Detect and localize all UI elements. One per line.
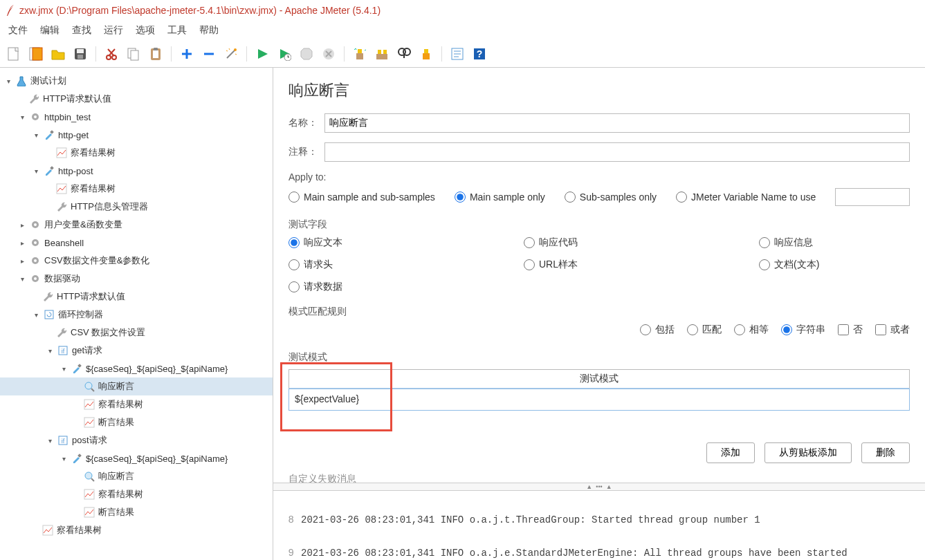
tree-get-request[interactable]: ▾ifget请求	[0, 342, 273, 360]
svg-rect-16	[356, 53, 363, 59]
match-equals[interactable]: 相等	[734, 324, 769, 336]
field-document[interactable]: 文档(文本)	[759, 259, 910, 271]
match-substring[interactable]: 字符串	[781, 324, 825, 336]
menu-file[interactable]: 文件	[3, 21, 33, 39]
tree-result-tree-5[interactable]: 察看结果树	[0, 521, 273, 539]
apply-main-and-sub[interactable]: Main sample and sub-samples	[289, 192, 435, 203]
chevron-down-icon[interactable]: ▾	[30, 167, 42, 175]
if-icon: if	[57, 344, 69, 357]
tree-header-manager[interactable]: HTTP信息头管理器	[0, 198, 273, 216]
wand-icon[interactable]	[221, 44, 241, 64]
field-response-code[interactable]: 响应代码	[524, 236, 759, 249]
chevron-down-icon[interactable]: ▾	[17, 113, 28, 121]
paste-button[interactable]: 从剪贴板添加	[764, 442, 852, 463]
field-request-headers[interactable]: 请求头	[289, 259, 524, 271]
svg-point-40	[34, 259, 37, 262]
right-pane: 响应断言 名称： 注释： Apply to: Main sample and s…	[273, 68, 925, 560]
tree-csv-config[interactable]: CSV 数据文件设置	[0, 324, 273, 342]
test-field-label: 测试字段	[289, 218, 910, 231]
apply-main-only[interactable]: Main sample only	[455, 192, 545, 203]
chevron-down-icon[interactable]: ▾	[44, 347, 55, 355]
add-button[interactable]: 添加	[706, 442, 755, 463]
tree-case-get[interactable]: ▾${caseSeq}_${apiSeq}_${apiName}	[0, 360, 273, 377]
pattern-cell[interactable]: ${expectValue}	[289, 389, 910, 411]
log-area[interactable]: 82021-03-26 08:23:01,341 INFO o.a.j.t.Th…	[273, 491, 925, 560]
svg-rect-34	[57, 184, 66, 194]
name-input[interactable]	[324, 113, 910, 133]
tree-data-driven[interactable]: ▾数据驱动	[0, 270, 273, 288]
chevron-down-icon[interactable]: ▾	[58, 365, 69, 373]
tree-pane[interactable]: ▾测试计划 HTTP请求默认值 ▾httpbin_test ▾http-get …	[0, 68, 273, 560]
tree-http-post[interactable]: ▾http-post	[0, 162, 273, 180]
tree-http-defaults-1[interactable]: HTTP请求默认值	[0, 90, 273, 108]
menu-options[interactable]: 选项	[130, 21, 161, 39]
tree-result-tree-2[interactable]: 察看结果树	[0, 180, 273, 198]
stop-icon[interactable]	[297, 44, 316, 64]
field-response-message[interactable]: 响应信息	[759, 236, 910, 249]
check-not[interactable]: 否	[838, 324, 863, 336]
tree-case-post[interactable]: ▾${caseSeq}_${apiSeq}_${apiName}	[0, 449, 273, 467]
function-helper-icon[interactable]	[448, 44, 467, 64]
tree-result-tree-1[interactable]: 察看结果树	[0, 144, 273, 162]
chevron-down-icon[interactable]: ▾	[58, 455, 69, 463]
paste-icon[interactable]	[146, 44, 165, 64]
chevron-down-icon[interactable]: ▾	[17, 275, 28, 283]
tree-beanshell[interactable]: ▸Beanshell	[0, 234, 273, 252]
menu-tools[interactable]: 工具	[162, 21, 192, 39]
tree-post-request[interactable]: ▾ifpost请求	[0, 431, 273, 449]
tree-result-tree-4[interactable]: 察看结果树	[0, 485, 273, 503]
clear-all-icon[interactable]	[372, 44, 392, 64]
field-url-sample[interactable]: URL样本	[524, 259, 759, 271]
chevron-down-icon[interactable]: ▾	[30, 311, 42, 319]
jmeter-var-input[interactable]	[835, 188, 910, 206]
apply-jmeter-var[interactable]: JMeter Variable Name to use	[676, 192, 816, 203]
delete-button[interactable]: 删除	[861, 442, 910, 463]
save-icon[interactable]	[71, 44, 90, 64]
search-icon[interactable]	[394, 44, 414, 64]
tree-response-assertion-2[interactable]: 响应断言	[0, 467, 273, 485]
copy-icon[interactable]	[124, 44, 143, 64]
tree-httpbin[interactable]: ▾httpbin_test	[0, 108, 273, 126]
chevron-right-icon[interactable]: ▸	[17, 221, 28, 229]
tree-csv-vars[interactable]: ▸CSV数据文件变量&参数化	[0, 252, 273, 270]
field-request-data[interactable]: 请求数据	[289, 281, 524, 293]
check-or[interactable]: 或者	[875, 324, 910, 336]
tree-uservars[interactable]: ▸用户变量&函数变量	[0, 216, 273, 234]
match-contains[interactable]: 包括	[640, 324, 675, 336]
tree-http-defaults-2[interactable]: HTTP请求默认值	[0, 288, 273, 306]
run-icon[interactable]	[253, 44, 272, 64]
tree-http-get[interactable]: ▾http-get	[0, 126, 273, 144]
tree-result-tree-3[interactable]: 察看结果树	[0, 395, 273, 413]
open-icon[interactable]	[48, 44, 68, 64]
menu-run[interactable]: 运行	[98, 21, 129, 39]
chevron-right-icon[interactable]: ▸	[17, 257, 28, 265]
minus-icon[interactable]	[199, 44, 219, 64]
cut-icon[interactable]	[102, 44, 121, 64]
match-matches[interactable]: 匹配	[687, 324, 722, 336]
log-splitter[interactable]: ▲ ••• ▲	[273, 483, 925, 491]
tree-test-plan[interactable]: ▾测试计划	[0, 72, 273, 90]
tree-loop-controller[interactable]: ▾循环控制器	[0, 306, 273, 324]
plus-icon[interactable]	[177, 44, 196, 64]
dropper-icon	[43, 165, 55, 177]
field-response-text[interactable]: 响应文本	[289, 236, 524, 249]
menu-edit[interactable]: 编辑	[35, 21, 65, 39]
tree-assert-results-2[interactable]: 断言结果	[0, 503, 273, 521]
reset-search-icon[interactable]	[416, 44, 436, 64]
help-icon[interactable]: ?	[470, 44, 489, 64]
new-icon[interactable]	[4, 44, 24, 64]
clear-icon[interactable]	[350, 44, 369, 64]
tree-response-assertion-1[interactable]: 响应断言	[0, 377, 273, 395]
chevron-down-icon[interactable]: ▾	[3, 77, 14, 85]
chevron-right-icon[interactable]: ▸	[17, 239, 28, 247]
template-icon[interactable]	[26, 44, 46, 64]
run-notimer-icon[interactable]	[275, 44, 294, 64]
apply-sub-only[interactable]: Sub-samples only	[565, 192, 657, 203]
menu-search[interactable]: 查找	[66, 21, 97, 39]
menu-help[interactable]: 帮助	[194, 21, 224, 39]
tree-assert-results-1[interactable]: 断言结果	[0, 413, 273, 431]
shutdown-icon[interactable]	[319, 44, 338, 64]
chevron-down-icon[interactable]: ▾	[30, 131, 42, 139]
chevron-down-icon[interactable]: ▾	[44, 437, 55, 445]
comment-input[interactable]	[324, 142, 910, 162]
